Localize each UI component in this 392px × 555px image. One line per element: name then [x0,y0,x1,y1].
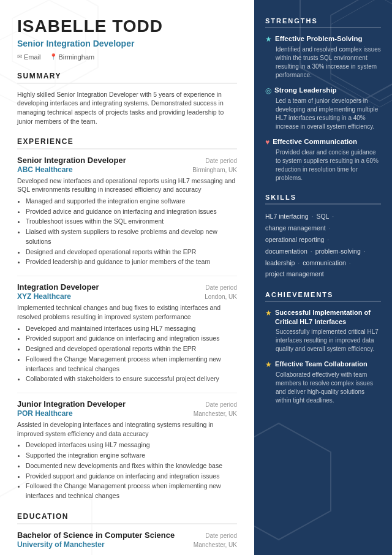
skills-section: SKILLS HL7 interfacing · SQL · change ma… [265,194,381,280]
achievements-title: ACHIEVEMENTS [265,291,381,302]
achievement-star-icon-1: ★ [265,309,272,317]
skills-text: HL7 interfacing · SQL · change managemen… [265,211,381,280]
exp-company-2: XYZ Healthcare [17,292,71,301]
exp-location-1: Birmingham, UK [192,167,237,173]
strength-item-2: ◎ Strong Leadership Led a team of junior… [265,86,381,131]
achievements-section: ACHIEVEMENTS ★ Successful Implementation… [265,291,381,405]
exp-bullets-3: Developed interfaces using HL7 messaging… [17,440,237,501]
bullet: Provided support and guidance on interfa… [26,334,237,344]
skill: communication [303,259,346,266]
exp-location-3: Manchester, UK [194,410,237,417]
strength-name-2: Strong Leadership [274,86,337,95]
achievement-name-1: Successful Implementation of Critical HL… [275,308,381,326]
bullet: Developed and maintained interfaces usin… [26,324,237,334]
exp-location-2: London, UK [205,293,237,300]
strengths-section: STRENGTHS ★ Effective Problem-Solving Id… [265,17,381,183]
edu-location: Manchester, UK [194,542,237,548]
exp-company-3: POR Healthcare [17,409,73,418]
exp-date-1: Date period [205,157,237,164]
skills-title: SKILLS [265,194,381,205]
summary-title: SUMMARY [17,72,237,84]
exp-desc-1: Developed new interfaces and operational… [17,176,237,194]
edu-institution: University of Manchester [17,540,105,549]
bullet: Troubleshoot issues within the SQL envir… [26,217,237,227]
bullet: Designed and developed operational repor… [26,344,237,354]
achievement-desc-1: Successfully implemented critical HL7 in… [265,328,381,353]
edu-item-1: Bachelor of Science in Computer Science … [17,530,237,549]
experience-title: EXPERIENCE [17,137,237,149]
bullet: Followed the Change Management process w… [26,355,237,374]
exp-title-2: Integration Developer [17,282,99,292]
exp-bullets-2: Developed and maintained interfaces usin… [17,324,237,385]
skill: operational reporting [265,236,324,243]
achievement-item-1: ★ Successful Implementation of Critical … [265,308,381,353]
edu-degree: Bachelor of Science in Computer Science [17,530,175,540]
bullet: Followed the Change Management process w… [26,481,237,501]
candidate-title: Senior Integration Developer [17,39,237,48]
bullet: Liaised with system suppliers to resolve… [26,227,237,247]
education-title: EDUCATION [17,512,237,524]
summary-section: SUMMARY Highly skilled Senior Integratio… [17,72,237,126]
experience-section: EXPERIENCE Senior Integration Developer … [17,137,237,501]
exp-company-1: ABC Healthcare [17,165,73,174]
bullet: Documented new developments and fixes wi… [26,461,237,471]
exp-title-3: Junior Integration Developer [17,399,126,409]
bullet: Collaborated with stakeholders to ensure… [26,374,237,384]
exp-desc-3: Assisted in developing interfaces and in… [17,420,237,438]
skill: documentation [265,247,307,255]
location-contact: 📍 Birmingham [50,53,95,61]
strength-desc-2: Led a team of junior developers in devel… [265,97,381,131]
achievement-item-2: ★ Effective Team Collaboration Collabora… [265,360,381,405]
exp-date-2: Date period [205,284,237,291]
summary-text: Highly skilled Senior Integration Develo… [17,90,237,126]
exp-title-1: Senior Integration Developer [17,156,126,165]
email-contact: ✉ Email [17,53,41,61]
location-icon: 📍 [50,53,57,60]
skill: HL7 interfacing [265,213,309,220]
exp-desc-2: Implemented technical changes and bug fi… [17,303,237,321]
bullet: Provided leadership and guidance to juni… [26,257,237,267]
skill: change management [265,224,326,232]
strength-name-3: Effective Communication [273,137,357,146]
star-icon-1: ★ [265,35,272,43]
bullet: Provided support and guidance on interfa… [26,472,237,481]
bullet: Developed interfaces using HL7 messaging [26,440,237,450]
achievement-desc-2: Collaborated effectively with team membe… [265,371,381,405]
strengths-title: STRENGTHS [265,17,381,28]
skill: project management [265,270,324,278]
skill: leadership [265,259,295,266]
bullet: Managed and supported the integration en… [26,197,237,206]
exp-bullets-1: Managed and supported the integration en… [17,197,237,267]
exp-item-2: Integration Developer Date period XYZ He… [17,282,237,384]
location-label: Birmingham [59,53,95,61]
edu-date: Date period [205,532,237,539]
achievement-name-2: Effective Team Collaboration [275,360,368,368]
bullet: Supported the integration engine softwar… [26,451,237,461]
education-section: EDUCATION Bachelor of Science in Compute… [17,512,237,549]
svg-marker-7 [254,423,331,540]
exp-item-1: Senior Integration Developer Date period… [17,156,237,268]
email-icon: ✉ [17,53,22,60]
resume-header: ISABELLE TODD Senior Integration Develop… [17,17,237,61]
email-label: Email [24,53,41,61]
exp-item-3: Junior Integration Developer Date period… [17,399,237,501]
contact-row: ✉ Email 📍 Birmingham [17,53,237,61]
strength-desc-1: Identified and resolved complex issues w… [265,45,381,80]
exp-date-3: Date period [205,401,237,408]
strength-desc-3: Provided clear and concise guidance to s… [265,148,381,183]
candidate-name: ISABELLE TODD [17,17,237,36]
bullet: Provided advice and guidance on interfac… [26,207,237,217]
bullet: Designed and developed operational repor… [26,247,237,257]
strength-item-1: ★ Effective Problem-Solving Identified a… [265,34,381,80]
strength-item-3: ♥ Effective Communication Provided clear… [265,137,381,183]
skill: SQL [316,213,329,220]
strength-name-1: Effective Problem-Solving [275,34,363,43]
achievement-star-icon-2: ★ [265,360,272,369]
target-icon: ◎ [265,86,271,95]
heart-icon: ♥ [265,138,270,146]
skill: problem-solving [315,247,361,255]
